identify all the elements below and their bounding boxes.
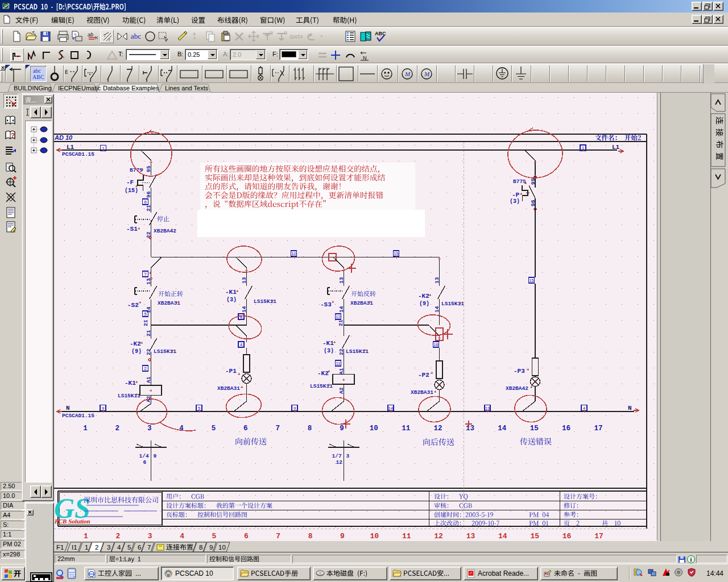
svg-text:13: 13 <box>434 277 440 284</box>
svg-text:ab: ab <box>88 32 93 38</box>
svg-text:3: 3 <box>107 544 110 551</box>
svg-text:11: 11 <box>336 361 341 366</box>
svg-text:IECPNEUmatic: IECPNEUmatic <box>58 85 101 92</box>
svg-text:M: M <box>424 70 430 77</box>
svg-text:A1: A1 <box>338 368 345 375</box>
svg-text:13: 13 <box>241 277 247 284</box>
svg-text:LS15K11: LS15K11 <box>154 348 176 355</box>
svg-text:9: 9 <box>340 425 344 433</box>
svg-text:7: 7 <box>276 532 280 541</box>
svg-text:16: 16 <box>433 342 438 347</box>
svg-text:5: 5 <box>198 406 200 411</box>
svg-text:6: 6 <box>143 459 147 465</box>
svg-text:12: 12 <box>434 532 443 541</box>
svg-text:2: 2 <box>95 544 98 551</box>
svg-text:1/7: 1/7 <box>332 453 342 459</box>
svg-text:10: 10 <box>370 532 379 541</box>
svg-text:7: 7 <box>147 544 151 551</box>
svg-text:abc: abc <box>33 68 41 74</box>
svg-text:6: 6 <box>144 199 146 205</box>
svg-text:8: 8 <box>308 532 313 541</box>
svg-text:9: 9 <box>102 406 104 411</box>
svg-text:L1: L1 <box>67 144 75 151</box>
svg-text:14: 14 <box>498 425 507 433</box>
svg-text:-S1: -S1 <box>126 226 138 232</box>
svg-text:1/4: 1/4 <box>139 453 149 459</box>
svg-text:LS15K11: LS15K11 <box>310 383 333 389</box>
svg-text:LS15K11: LS15K11 <box>254 298 276 305</box>
svg-text:4: 4 <box>583 406 585 411</box>
svg-text:-K1: -K1 <box>125 380 136 386</box>
svg-text:(3): (3) <box>324 348 334 354</box>
svg-text:21: 21 <box>146 205 152 211</box>
svg-text:ABC: ABC <box>32 74 44 80</box>
svg-text:-K1: -K1 <box>322 340 334 347</box>
svg-text:21: 21 <box>143 319 149 326</box>
svg-text:8: 8 <box>240 314 242 319</box>
svg-text:-S2: -S2 <box>127 302 139 309</box>
svg-text:2: 2 <box>144 366 146 371</box>
svg-text:LS15K11: LS15K11 <box>441 301 464 307</box>
svg-text:22: 22 <box>338 348 345 355</box>
svg-text:N: N <box>66 405 70 411</box>
svg-text:PCSCAD1.15: PCSCAD1.15 <box>62 151 94 157</box>
svg-text:-P1: -P1 <box>225 368 237 375</box>
svg-text:-K1: -K1 <box>225 289 237 296</box>
svg-text:-K2: -K2 <box>418 293 429 300</box>
svg-text:L1: L1 <box>612 144 620 151</box>
svg-text:3: 3 <box>147 425 152 433</box>
svg-text:10: 10 <box>370 425 378 433</box>
svg-text:LS15K11: LS15K11 <box>118 393 140 399</box>
svg-text:3: 3 <box>148 532 152 541</box>
svg-text:-P3: -P3 <box>514 368 525 375</box>
svg-text:M: M <box>404 70 411 77</box>
svg-text:XB2BA42: XB2BA42 <box>506 385 528 392</box>
svg-text:6: 6 <box>244 532 249 541</box>
svg-text:A1: A1 <box>146 376 152 383</box>
svg-text:XB2BA31: XB2BA31 <box>217 385 240 392</box>
svg-text:I1: I1 <box>72 544 77 551</box>
svg-text:15: 15 <box>394 251 398 256</box>
svg-text:96: 96 <box>146 191 152 198</box>
svg-text:-P2: -P2 <box>418 372 429 379</box>
svg-text:Database Examples: Database Examples <box>103 85 159 92</box>
svg-text:1: 1 <box>84 532 88 541</box>
svg-text:(9): (9) <box>419 301 429 307</box>
svg-text:LS15K11: LS15K11 <box>346 348 369 355</box>
svg-text:(9): (9) <box>131 348 142 355</box>
svg-text:3: 3 <box>346 453 350 459</box>
svg-text:-K2: -K2 <box>130 340 141 347</box>
svg-text:9: 9 <box>209 544 213 551</box>
svg-text:14: 14 <box>498 532 507 541</box>
svg-text:9: 9 <box>293 406 296 411</box>
svg-text:21: 21 <box>338 319 344 326</box>
svg-text:(15): (15) <box>125 188 138 194</box>
svg-text:abc: abc <box>131 32 141 40</box>
svg-text:?: ? <box>11 132 15 139</box>
svg-text:14: 14 <box>388 406 393 411</box>
svg-text:14: 14 <box>241 306 247 313</box>
svg-text:5: 5 <box>212 425 216 433</box>
svg-text:13: 13 <box>146 278 152 285</box>
svg-text:DATA: DATA <box>290 34 303 40</box>
svg-text:22: 22 <box>146 231 152 238</box>
svg-text:N: N <box>628 405 632 411</box>
svg-text:1: 1 <box>83 425 88 433</box>
svg-text:4: 4 <box>180 532 184 541</box>
svg-text:5: 5 <box>127 544 131 551</box>
svg-text:6: 6 <box>243 425 248 433</box>
svg-text:16: 16 <box>562 532 572 541</box>
svg-text:12: 12 <box>336 314 340 319</box>
svg-text:(3): (3) <box>226 297 237 303</box>
svg-text:PCB Solution: PCB Solution <box>55 518 90 525</box>
svg-text:A2: A2 <box>338 387 345 394</box>
svg-text:(3): (3) <box>510 198 520 205</box>
svg-text:4: 4 <box>117 544 121 551</box>
svg-text:15: 15 <box>529 278 533 283</box>
svg-text:22: 22 <box>146 348 152 355</box>
svg-text:8: 8 <box>199 544 202 551</box>
svg-text:15: 15 <box>530 532 539 541</box>
svg-text:9: 9 <box>340 532 345 541</box>
svg-text:-S3: -S3 <box>320 301 332 308</box>
svg-text:B77S: B77S <box>130 167 143 173</box>
